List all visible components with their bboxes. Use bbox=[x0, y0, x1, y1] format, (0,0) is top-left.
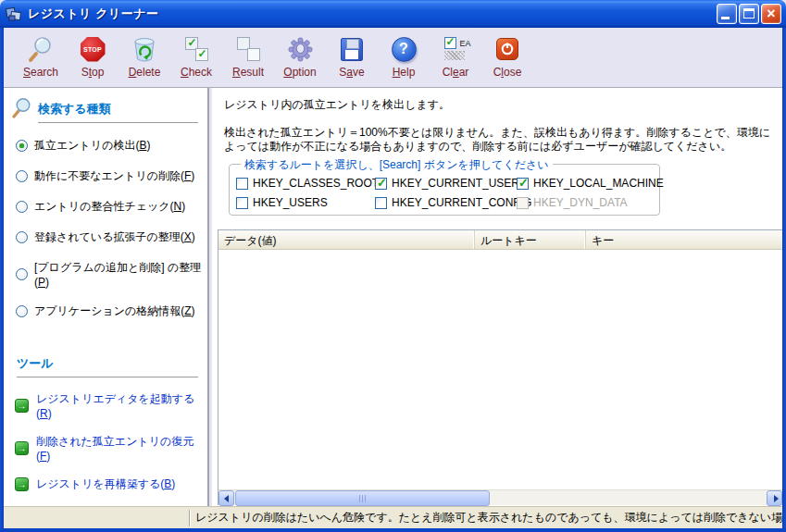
radio-option-addremove-cleanup[interactable]: [プログラムの追加と削除] の整理(P) bbox=[16, 260, 207, 289]
result-listview: データ(値) ルートキー キー bbox=[218, 229, 782, 505]
radio-icon bbox=[16, 140, 28, 152]
app-icon bbox=[6, 6, 22, 22]
toolbar-button-clear[interactable]: EA Clear bbox=[430, 32, 481, 84]
recycle-bin-icon bbox=[132, 32, 157, 66]
status-divider bbox=[189, 510, 190, 526]
checkbox-icon bbox=[375, 178, 387, 190]
minimize-icon bbox=[721, 17, 730, 19]
checkbox-hkey-users[interactable]: HKEY_USERS bbox=[236, 196, 375, 209]
radio-option-extension-cleanup[interactable]: 登録されている拡張子の整理(X) bbox=[16, 229, 207, 245]
toolbar-button-search[interactable]: Search bbox=[15, 32, 67, 84]
toolbar-label-save: Save bbox=[339, 66, 364, 79]
root-select-legend: 検索するルートを選択し、[Search] ボタンを押してください bbox=[241, 157, 553, 173]
radio-icon bbox=[16, 231, 28, 243]
toolbar-button-result[interactable]: Result bbox=[222, 32, 274, 84]
green-arrow-icon bbox=[15, 399, 29, 413]
window-title: レジストリ クリーナー bbox=[28, 6, 159, 22]
window-border-bottom bbox=[0, 528, 786, 532]
toolbar-label-delete: Delete bbox=[129, 66, 161, 79]
checkbox-hkey-local-machine[interactable]: HKEY_LOCAL_MACHINE bbox=[517, 177, 664, 190]
minimize-button[interactable] bbox=[717, 4, 737, 24]
radio-icon bbox=[16, 170, 28, 182]
radio-icon bbox=[16, 201, 28, 213]
toolbar-label-clear: Clear bbox=[443, 66, 469, 79]
status-pane-left bbox=[4, 507, 189, 528]
scroll-right-button[interactable] bbox=[767, 490, 782, 506]
toolbar-button-stop[interactable]: STOP Stop bbox=[67, 32, 119, 84]
tool-link-restore-orphans[interactable]: 削除された孤立エントリの復元(F) bbox=[15, 434, 207, 463]
status-bar: レジストリの削除はたいへん危険です。たとえ削除可と表示されたものであっても、環境… bbox=[4, 506, 782, 528]
listview-header: データ(値) ルートキー キー bbox=[218, 230, 782, 250]
gear-icon bbox=[288, 32, 313, 66]
column-header-data-value[interactable]: データ(値) bbox=[218, 230, 475, 249]
close-button[interactable]: × bbox=[761, 4, 781, 24]
search-type-title: 検索する種類 bbox=[38, 102, 111, 116]
checkbox-hkey-classes-root[interactable]: HKEY_CLASSES_ROOT bbox=[236, 177, 375, 190]
toolbar-label-search: Search bbox=[23, 66, 58, 79]
horizontal-scrollbar[interactable] bbox=[218, 489, 782, 505]
save-floppy-icon bbox=[341, 32, 363, 66]
double-check-icon bbox=[184, 32, 209, 66]
maximize-button[interactable] bbox=[739, 4, 759, 24]
column-header-root-key[interactable]: ルートキー bbox=[475, 230, 586, 249]
toolbar-label-option: Option bbox=[283, 66, 316, 79]
column-header-key[interactable]: キー bbox=[586, 230, 782, 249]
maximize-icon bbox=[743, 8, 755, 19]
tool-link-rebuild-registry[interactable]: レジストリを再構築する(B) bbox=[15, 476, 207, 492]
main-panel: レジストリ内の孤立エントリを検出します。 検出された孤立エントリ＝100%不要と… bbox=[212, 88, 782, 506]
toolbar-label-result: Result bbox=[232, 66, 264, 79]
magnifier-icon bbox=[11, 97, 32, 123]
close-icon: × bbox=[762, 5, 780, 22]
window-border-left bbox=[0, 28, 4, 532]
scrollbar-thumb[interactable] bbox=[235, 490, 490, 506]
toolbar-button-save[interactable]: Save bbox=[326, 32, 378, 84]
description-line1: レジストリ内の孤立エントリを検出します。 bbox=[224, 97, 775, 113]
listview-body bbox=[218, 250, 782, 489]
toolbar-label-help: Help bbox=[393, 66, 416, 79]
radio-option-orphan-detect[interactable]: 孤立エントリの検出(B) bbox=[16, 138, 207, 154]
window-controls: × bbox=[717, 4, 781, 24]
toolbar-label-stop: Stop bbox=[81, 66, 105, 79]
window-border-right bbox=[782, 28, 786, 532]
search-type-section-header: 検索する種類 bbox=[11, 97, 198, 123]
toolbar-label-close: Close bbox=[493, 66, 522, 79]
status-message: レジストリの削除はたいへん危険です。たとえ削除可と表示されたものであっても、環境… bbox=[195, 510, 782, 526]
checkbox-icon bbox=[375, 197, 387, 209]
radio-icon bbox=[16, 268, 28, 280]
toolbar-button-check[interactable]: Check bbox=[170, 32, 222, 84]
radio-option-unneeded-delete[interactable]: 動作に不要なエントリの削除(F) bbox=[16, 168, 207, 184]
toolbar-button-delete[interactable]: Delete bbox=[119, 32, 170, 84]
green-arrow-icon bbox=[15, 441, 29, 455]
double-box-icon bbox=[236, 32, 261, 66]
checkbox-hkey-dyn-data: HKEY_DYN_DATA bbox=[517, 196, 664, 209]
checkbox-icon bbox=[517, 178, 529, 190]
radio-option-integrity-check[interactable]: エントリの整合性チェック(N) bbox=[16, 199, 207, 215]
title-bar[interactable]: レジストリ クリーナー × bbox=[0, 0, 786, 28]
tools-title: ツール bbox=[17, 356, 54, 370]
checkbox-icon bbox=[236, 197, 248, 209]
scroll-left-button[interactable] bbox=[218, 490, 234, 506]
toolbar: Search STOP Stop Delete Chec bbox=[4, 28, 782, 88]
description-line2: 検出された孤立エントリ＝100%不要とは限りません。また、誤検出もあり得ます。削… bbox=[224, 126, 773, 155]
app-window: レジストリ クリーナー × Search STOP Stop bbox=[0, 0, 786, 532]
search-icon bbox=[28, 32, 54, 66]
toolbar-button-option[interactable]: Option bbox=[274, 32, 326, 84]
checkbox-hkey-current-config[interactable]: HKEY_CURRENT_CONFIG bbox=[375, 196, 517, 209]
help-question-icon bbox=[392, 32, 417, 66]
checkbox-hkey-current-user[interactable]: HKEY_CURRENT_USER bbox=[375, 177, 517, 190]
checkbox-icon bbox=[236, 178, 248, 190]
radio-option-app-storage-info[interactable]: アプリケーションの格納情報(Z) bbox=[16, 303, 207, 319]
radio-icon bbox=[16, 305, 28, 317]
tools-section-header: ツール bbox=[17, 354, 198, 377]
toolbar-label-check: Check bbox=[181, 66, 212, 79]
green-arrow-icon bbox=[15, 477, 29, 491]
power-icon bbox=[496, 32, 518, 66]
sidebar: 検索する種類 孤立エントリの検出(B) 動作に不要なエントリの削除(F) エント… bbox=[4, 88, 209, 506]
scrollbar-grip-icon bbox=[359, 495, 368, 502]
toolbar-button-help[interactable]: Help bbox=[378, 32, 430, 84]
tool-link-launch-regedit[interactable]: レジストリエディタを起動する(R) bbox=[15, 391, 207, 420]
checkbox-icon bbox=[517, 197, 529, 209]
clear-icon: EA bbox=[443, 32, 468, 66]
toolbar-button-close[interactable]: Close bbox=[481, 32, 533, 84]
stop-icon: STOP bbox=[81, 32, 106, 66]
